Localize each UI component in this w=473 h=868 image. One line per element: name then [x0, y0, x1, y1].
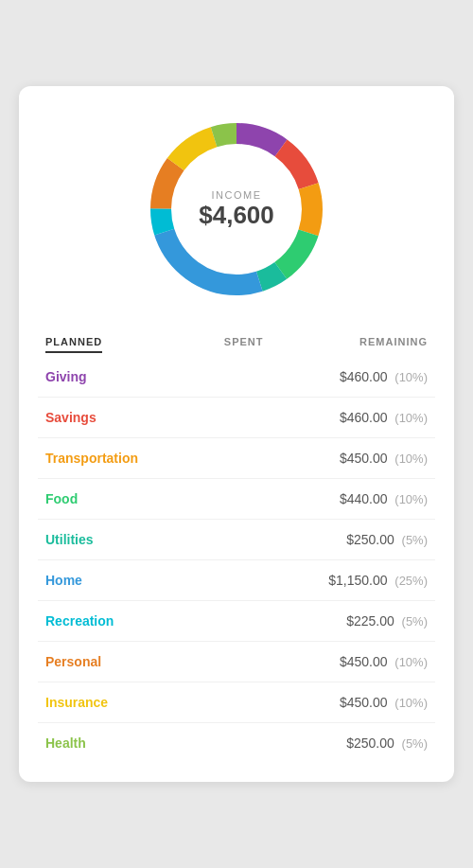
remaining-cell: $250.00 (5%)	[272, 723, 435, 764]
remaining-amount: $1,150.00	[328, 573, 387, 588]
spent-amount	[193, 601, 272, 642]
remaining-amount: $250.00	[346, 735, 394, 751]
spent-amount	[193, 682, 272, 723]
category-name: Personal	[38, 642, 193, 682]
table-row: Insurance$450.00 (10%)	[38, 682, 435, 723]
remaining-cell: $460.00 (10%)	[272, 398, 435, 438]
remaining-amount: $225.00	[346, 613, 394, 629]
category-name: Recreation	[38, 601, 193, 642]
table-row: Health$250.00 (5%)	[38, 723, 435, 764]
remaining-cell: $1,150.00 (25%)	[272, 560, 435, 601]
spent-amount	[193, 479, 272, 520]
remaining-percent: (10%)	[394, 655, 428, 669]
remaining-cell: $225.00 (5%)	[272, 601, 435, 642]
remaining-percent: (10%)	[394, 492, 428, 506]
income-label: INCOME	[199, 189, 274, 201]
remaining-cell: $450.00 (10%)	[272, 682, 435, 723]
remaining-amount: $250.00	[346, 532, 394, 547]
remaining-amount: $450.00	[340, 695, 388, 710]
donut-chart: INCOME $4,600	[142, 115, 331, 304]
remaining-percent: (25%)	[394, 574, 428, 588]
remaining-cell: $440.00 (10%)	[272, 479, 435, 520]
table-row: Food$440.00 (10%)	[38, 479, 435, 520]
remaining-amount: $460.00	[340, 410, 388, 425]
budget-card: INCOME $4,600 PLANNED SPENT REMAINING Gi…	[19, 86, 454, 782]
remaining-cell: $450.00 (10%)	[272, 438, 435, 479]
table-row: Transportation$450.00 (10%)	[38, 438, 435, 479]
remaining-percent: (10%)	[394, 452, 428, 466]
income-amount: $4,600	[199, 201, 274, 230]
header-planned: PLANNED	[38, 330, 193, 357]
table-row: Utilities$250.00 (5%)	[38, 520, 435, 560]
remaining-percent: (10%)	[394, 411, 428, 425]
budget-table: PLANNED SPENT REMAINING Giving$460.00 (1…	[38, 330, 435, 763]
table-row: Personal$450.00 (10%)	[38, 642, 435, 682]
category-name: Home	[38, 560, 193, 601]
category-name: Savings	[38, 398, 193, 438]
category-name: Health	[38, 723, 193, 764]
remaining-cell: $250.00 (5%)	[272, 520, 435, 560]
table-row: Home$1,150.00 (25%)	[38, 560, 435, 601]
remaining-cell: $450.00 (10%)	[272, 642, 435, 682]
remaining-amount: $460.00	[340, 369, 388, 384]
category-name: Insurance	[38, 682, 193, 723]
remaining-cell: $460.00 (10%)	[272, 357, 435, 398]
table-row: Savings$460.00 (10%)	[38, 398, 435, 438]
spent-amount	[193, 398, 272, 438]
spent-amount	[193, 642, 272, 682]
remaining-percent: (5%)	[402, 736, 428, 751]
remaining-percent: (5%)	[402, 533, 428, 547]
spent-amount	[193, 723, 272, 764]
remaining-amount: $450.00	[340, 451, 388, 466]
category-name: Giving	[38, 357, 193, 398]
spent-amount	[193, 357, 272, 398]
remaining-percent: (10%)	[394, 370, 428, 384]
header-remaining: REMAINING	[272, 330, 435, 357]
category-name: Food	[38, 479, 193, 520]
remaining-percent: (10%)	[394, 696, 428, 710]
chart-container: INCOME $4,600	[38, 115, 435, 304]
donut-center: INCOME $4,600	[199, 189, 274, 230]
table-row: Giving$460.00 (10%)	[38, 357, 435, 398]
table-row: Recreation$225.00 (5%)	[38, 601, 435, 642]
spent-amount	[193, 438, 272, 479]
category-name: Utilities	[38, 520, 193, 560]
header-spent: SPENT	[193, 330, 272, 357]
remaining-amount: $440.00	[340, 491, 388, 506]
spent-amount	[193, 520, 272, 560]
remaining-amount: $450.00	[340, 654, 388, 669]
category-name: Transportation	[38, 438, 193, 479]
spent-amount	[193, 560, 272, 601]
remaining-percent: (5%)	[402, 614, 428, 629]
